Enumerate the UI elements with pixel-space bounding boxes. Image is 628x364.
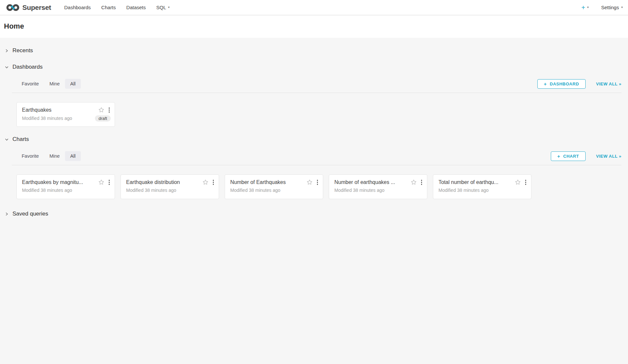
tab-mine[interactable]: Mine <box>44 151 65 161</box>
tab-mine[interactable]: Mine <box>44 79 65 89</box>
tab-all[interactable]: All <box>65 79 81 89</box>
card-modified-text: Modified 38 minutes ago <box>126 188 176 193</box>
card-title: Number of earthquakes ... <box>334 179 408 185</box>
top-navbar: Superset Dashboards Charts Datasets SQL … <box>0 0 628 15</box>
saved-queries-section-toggle[interactable]: Saved queries <box>5 210 621 218</box>
favorite-star-icon[interactable] <box>98 107 104 113</box>
section-recents: Recents <box>5 47 621 55</box>
card-title: Earthquake distribution <box>126 179 200 185</box>
view-all-dashboards-link[interactable]: VIEW ALL » <box>596 81 621 86</box>
dashboards-section-toggle[interactable]: Dashboards <box>5 63 621 71</box>
tab-favorite[interactable]: Favorite <box>16 79 44 89</box>
tab-favorite[interactable]: Favorite <box>16 151 44 161</box>
chevron-down-icon <box>5 137 9 142</box>
favorite-star-icon[interactable] <box>411 179 417 185</box>
favorite-star-icon[interactable] <box>202 179 209 185</box>
section-label: Charts <box>12 136 29 143</box>
section-charts: Charts Favorite Mine All + CHART VIEW AL… <box>5 135 621 199</box>
section-saved-queries: Saved queries <box>5 210 621 218</box>
charts-filter-tabs: Favorite Mine All <box>16 151 81 161</box>
chevron-down-icon <box>5 65 9 69</box>
favorite-star-icon[interactable] <box>306 179 313 185</box>
plus-icon: + <box>557 154 560 159</box>
dashboard-card-earthquakes[interactable]: Earthquakes Modified 38 minutes ago draf… <box>16 102 115 127</box>
dashboards-filter-tabs: Favorite Mine All <box>16 79 81 89</box>
section-label: Recents <box>12 47 33 54</box>
superset-logo[interactable]: Superset <box>6 4 51 11</box>
section-divider <box>12 93 621 93</box>
caret-down-icon: ▾ <box>587 6 589 9</box>
caret-down-icon: ▾ <box>168 6 170 9</box>
card-modified-text: Modified 38 minutes ago <box>22 116 72 121</box>
chevron-right-icon <box>5 49 9 53</box>
chart-card[interactable]: Earthquake distribution Modified 38 minu… <box>121 174 219 199</box>
nav-item-datasets[interactable]: Datasets <box>121 0 151 15</box>
kebab-menu-icon[interactable] <box>212 179 215 186</box>
navbar-right: + ▾ Settings ▾ <box>581 4 623 11</box>
kebab-menu-icon[interactable] <box>108 179 111 186</box>
kebab-menu-icon[interactable] <box>420 179 423 186</box>
card-modified-text: Modified 38 minutes ago <box>334 188 385 193</box>
plus-icon: + <box>581 4 585 11</box>
new-item-button[interactable]: + ▾ <box>581 4 589 11</box>
card-title: Total number of earthqu... <box>438 179 512 185</box>
kebab-menu-icon[interactable] <box>108 107 111 113</box>
caret-down-icon: ▾ <box>621 6 623 9</box>
kebab-menu-icon[interactable] <box>524 179 527 186</box>
brand-name: Superset <box>22 4 51 11</box>
chart-card[interactable]: Number of Earthquakes Modified 38 minute… <box>225 174 323 199</box>
plus-icon: + <box>544 81 547 86</box>
page-title: Home <box>4 22 628 31</box>
section-dashboards: Dashboards Favorite Mine All + DASHBOARD… <box>5 63 621 127</box>
chart-card[interactable]: Total number of earthqu... Modified 38 m… <box>433 174 531 199</box>
card-modified-text: Modified 38 minutes ago <box>22 188 72 193</box>
home-content: Recents Dashboards Favorite Mine All + D… <box>0 38 628 364</box>
kebab-menu-icon[interactable] <box>316 179 319 186</box>
chart-card[interactable]: Earthquakes by magnitu... Modified 38 mi… <box>16 174 115 199</box>
nav-menu: Dashboards Charts Datasets SQL ▾ <box>59 0 175 15</box>
card-title: Earthquakes <box>22 107 96 113</box>
nav-item-dashboards[interactable]: Dashboards <box>59 0 96 15</box>
card-modified-text: Modified 38 minutes ago <box>438 188 489 193</box>
chart-card[interactable]: Number of earthquakes ... Modified 38 mi… <box>329 174 427 199</box>
settings-menu[interactable]: Settings ▾ <box>601 5 623 10</box>
view-all-charts-link[interactable]: VIEW ALL » <box>596 154 621 159</box>
nav-item-charts[interactable]: Charts <box>96 0 121 15</box>
page-header: Home <box>0 15 628 38</box>
draft-status-badge: draft <box>95 115 111 122</box>
section-divider <box>12 165 621 165</box>
chevron-right-icon <box>5 212 9 216</box>
section-label: Saved queries <box>12 211 48 217</box>
favorite-star-icon[interactable] <box>98 179 104 185</box>
superset-infinity-icon <box>6 4 20 11</box>
section-label: Dashboards <box>12 64 43 70</box>
tab-all[interactable]: All <box>65 151 81 161</box>
recents-section-toggle[interactable]: Recents <box>5 47 621 55</box>
favorite-star-icon[interactable] <box>515 179 521 185</box>
nav-item-sql[interactable]: SQL ▾ <box>151 0 175 15</box>
card-title: Earthquakes by magnitu... <box>22 179 96 185</box>
card-modified-text: Modified 38 minutes ago <box>230 188 280 193</box>
add-dashboard-button[interactable]: + DASHBOARD <box>537 79 586 89</box>
add-chart-button[interactable]: + CHART <box>551 151 586 161</box>
charts-section-toggle[interactable]: Charts <box>5 135 621 143</box>
card-title: Number of Earthquakes <box>230 179 304 185</box>
